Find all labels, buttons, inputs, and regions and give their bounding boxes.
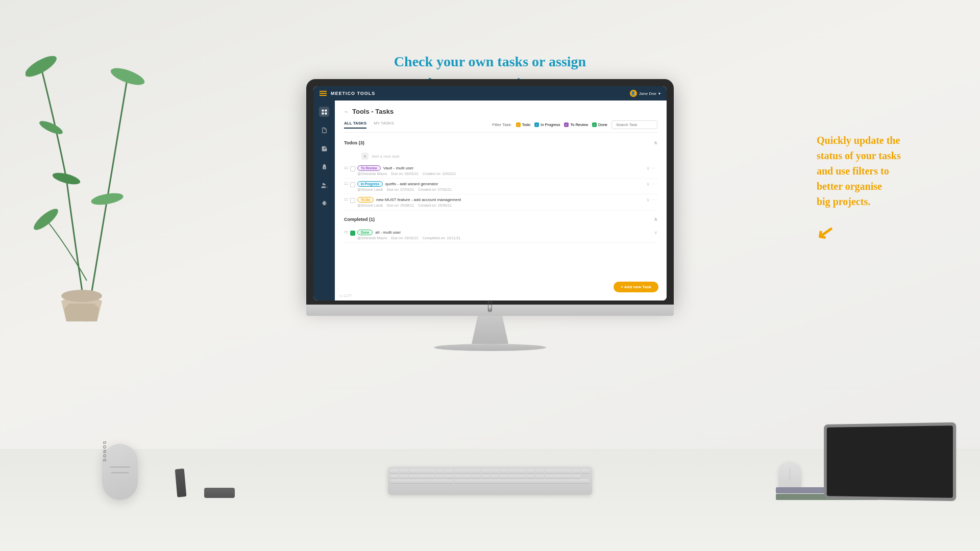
todos-toggle[interactable]: ∧	[654, 140, 657, 145]
status-badge[interactable]: Done	[357, 230, 373, 235]
task-info: To Review Vault - multi user @Gherardo M…	[357, 165, 644, 176]
sidebar-item-document[interactable]	[319, 125, 329, 135]
task-name: all - multi user	[375, 230, 401, 235]
status-badge[interactable]: To Do	[357, 197, 374, 203]
due-date: Due on: 03/02/21	[391, 236, 419, 240]
todos-section-header: Todos (3) ∧	[344, 138, 657, 147]
due-date: Due on: 25/08/11	[387, 204, 414, 207]
sidebar-item-lock[interactable]	[319, 162, 329, 172]
completed-title: Completed (1)	[344, 217, 375, 222]
version-label: v. 1.177	[340, 294, 352, 297]
table-row: To Review Vault - multi user @Gherardo M…	[344, 163, 657, 179]
filter-inprogress[interactable]: In Progress	[534, 122, 560, 127]
task-actions: ∨ ···	[646, 197, 657, 203]
drag-handle[interactable]	[344, 197, 348, 201]
task-actions: ∨	[654, 230, 657, 235]
toreview-checkbox[interactable]	[564, 122, 569, 127]
annotation-line5: big projects.	[817, 194, 929, 209]
completed-toggle[interactable]: ∧	[654, 216, 657, 222]
task-checkbox[interactable]	[350, 182, 355, 187]
app-title: MEETICO TOOLS	[331, 91, 375, 96]
add-task-icon[interactable]: +	[361, 153, 369, 160]
tab-all-tasks[interactable]: ALL TASKS	[344, 121, 366, 129]
task-name-row: To Do new MUST feature - add account man…	[357, 197, 644, 203]
add-task-button[interactable]: + Add new Task	[614, 282, 658, 292]
add-task-row[interactable]: + Add a new task	[344, 151, 657, 162]
filter-toreview[interactable]: To Review	[564, 122, 588, 127]
assignee: @Simone Landi	[357, 204, 383, 207]
sidebar-item-settings[interactable]	[319, 198, 329, 209]
task-meta: @Gherardo Mauro Due on: 03/03/21 Created…	[357, 172, 644, 176]
more-options-icon[interactable]: ···	[652, 197, 657, 203]
sidebar-item-tasks[interactable]	[319, 143, 329, 154]
drag-handle[interactable]	[344, 230, 348, 233]
add-task-label: Add a new task	[372, 154, 400, 159]
completed-section: Completed (1) ∧ Done	[344, 214, 657, 243]
drag-handle[interactable]	[344, 181, 348, 185]
page-title: Tools - Tasks	[352, 108, 394, 115]
tabs-row: ALL TASKS MY TASKS Filter Task: Todo	[344, 120, 657, 133]
filter-todo[interactable]: Todo	[516, 122, 530, 127]
plant-decoration	[26, 26, 168, 332]
status-badge[interactable]: In Progress	[357, 181, 383, 187]
svg-point-5	[38, 118, 64, 137]
app-header: MEETICO TOOLS 👤 Jane Doe ▾	[313, 86, 667, 101]
user-dropdown-icon[interactable]: ▾	[658, 91, 660, 96]
task-checkbox[interactable]	[350, 166, 355, 171]
user-info[interactable]: 👤 Jane Doe ▾	[630, 90, 660, 97]
svg-point-6	[61, 290, 102, 302]
filter-done[interactable]: Done	[592, 122, 607, 127]
svg-point-1	[109, 65, 146, 88]
annotation-arrow-icon: ↙	[814, 216, 837, 249]
todo-label: Todo	[522, 122, 530, 127]
expand-icon[interactable]: ∨	[646, 165, 650, 171]
tablet-device	[824, 422, 956, 501]
sonos-speaker	[102, 444, 138, 500]
task-meta: @Gherardo Mauro Due on: 03/02/21 Complet…	[357, 236, 652, 240]
imac-stand-base	[434, 344, 546, 351]
drag-handle[interactable]	[344, 165, 348, 169]
expand-icon[interactable]: ∨	[646, 181, 650, 187]
filter-row: Filter Task: Todo In Progress	[492, 120, 657, 129]
keyboard	[388, 467, 592, 495]
annotation-line3: and use filters to	[817, 163, 929, 179]
more-options-icon[interactable]: ···	[652, 181, 657, 187]
task-info: In Progress quefis - add wizard generato…	[357, 181, 644, 191]
table-row: In Progress quefis - add wizard generato…	[344, 179, 657, 194]
inprogress-checkbox[interactable]	[534, 122, 539, 127]
imac-bezel: MEETICO TOOLS 👤 Jane Doe ▾	[306, 79, 674, 305]
task-name: Vault - multi user	[383, 166, 413, 170]
filter-label: Filter Task:	[492, 122, 512, 127]
search-input[interactable]	[611, 120, 657, 129]
task-actions: ∨ ···	[646, 165, 657, 171]
done-label: Done	[598, 122, 607, 127]
user-name: Jane Doe	[639, 91, 656, 96]
task-checkbox-completed[interactable]	[350, 231, 355, 236]
task-checkbox[interactable]	[350, 198, 355, 203]
expand-icon[interactable]: ∨	[654, 230, 657, 235]
back-button[interactable]: ←	[344, 109, 349, 114]
main-content: ← Tools - Tasks ALL TASKS MY TASKS Filte…	[335, 101, 667, 300]
more-options-icon[interactable]: ···	[652, 165, 657, 171]
user-avatar: 👤	[630, 90, 637, 97]
tab-my-tasks[interactable]: MY TASKS	[374, 121, 394, 129]
sidebar-item-users[interactable]	[319, 180, 329, 190]
hamburger-menu-icon[interactable]	[320, 91, 327, 96]
todos-title: Todos (3)	[344, 140, 364, 145]
created-date: Created on: 07/02/21	[418, 188, 452, 191]
task-name: quefis - add wizard generator	[385, 182, 438, 186]
annotation-line2: status of your tasks	[817, 148, 929, 163]
svg-point-0	[26, 52, 59, 81]
task-actions: ∨ ···	[646, 181, 657, 187]
completed-date: Completed on: 10/11/21	[423, 236, 461, 240]
small-device	[204, 488, 235, 498]
task-name-row: To Review Vault - multi user	[357, 165, 644, 171]
svg-point-4	[90, 191, 125, 207]
expand-icon[interactable]: ∨	[646, 197, 650, 203]
done-checkbox[interactable]	[592, 122, 597, 127]
sidebar-item-grid[interactable]	[319, 107, 329, 117]
sonos-label: SONOS	[102, 440, 107, 462]
status-badge[interactable]: To Review	[357, 165, 381, 171]
todo-checkbox[interactable]	[516, 122, 521, 127]
task-name-row: In Progress quefis - add wizard generato…	[357, 181, 644, 187]
